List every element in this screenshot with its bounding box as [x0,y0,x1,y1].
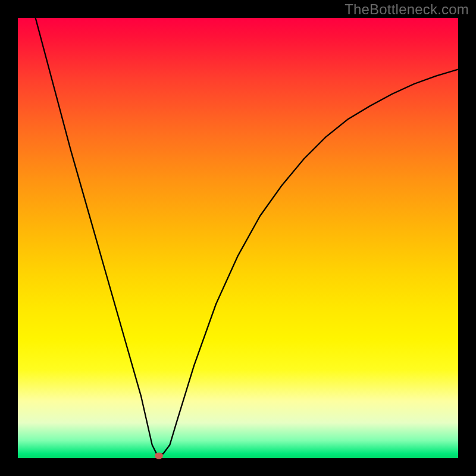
chart-curve [18,18,458,458]
attribution-text: TheBottleneck.com [345,1,469,18]
chart-plot-area [18,18,458,458]
chart-marker-dot [155,452,163,459]
